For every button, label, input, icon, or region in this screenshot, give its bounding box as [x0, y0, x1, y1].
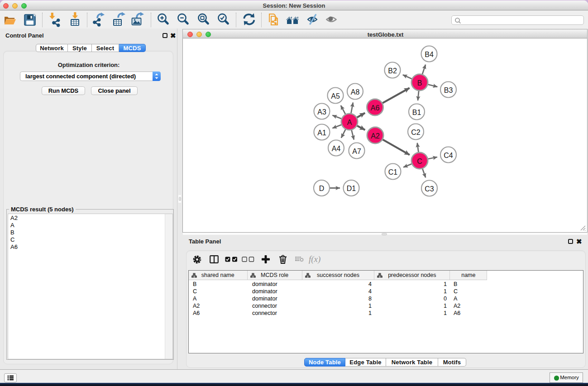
svg-text:C1: C1	[388, 168, 398, 176]
svg-text:A4: A4	[332, 145, 341, 152]
svg-text:A2: A2	[371, 132, 380, 140]
svg-text:A7: A7	[352, 148, 361, 155]
svg-text:C: C	[417, 157, 422, 165]
svg-text:A: A	[347, 119, 352, 126]
svg-text:C2: C2	[411, 129, 421, 136]
svg-text:A8: A8	[351, 88, 360, 96]
svg-text:C3: C3	[425, 185, 434, 193]
svg-text:A5: A5	[331, 92, 340, 100]
svg-text:A1: A1	[317, 129, 326, 137]
svg-text:D: D	[319, 185, 325, 192]
svg-text:B1: B1	[412, 109, 421, 116]
svg-text:D1: D1	[347, 185, 356, 192]
svg-text:C4: C4	[444, 152, 453, 159]
svg-text:B3: B3	[444, 86, 453, 94]
svg-text:A6: A6	[371, 104, 380, 112]
svg-text:B2: B2	[388, 67, 397, 75]
svg-text:B: B	[417, 79, 422, 87]
svg-text:A3: A3	[317, 108, 326, 116]
svg-text:B4: B4	[425, 51, 434, 58]
